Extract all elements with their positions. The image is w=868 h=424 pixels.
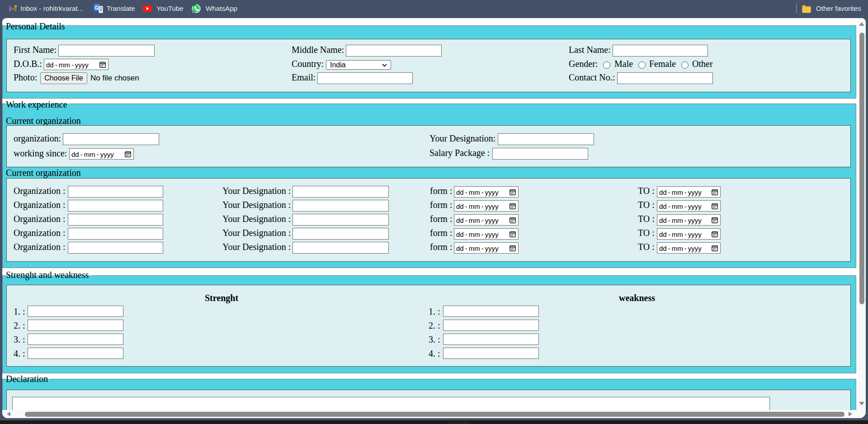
svg-text:G: G xyxy=(95,5,99,10)
